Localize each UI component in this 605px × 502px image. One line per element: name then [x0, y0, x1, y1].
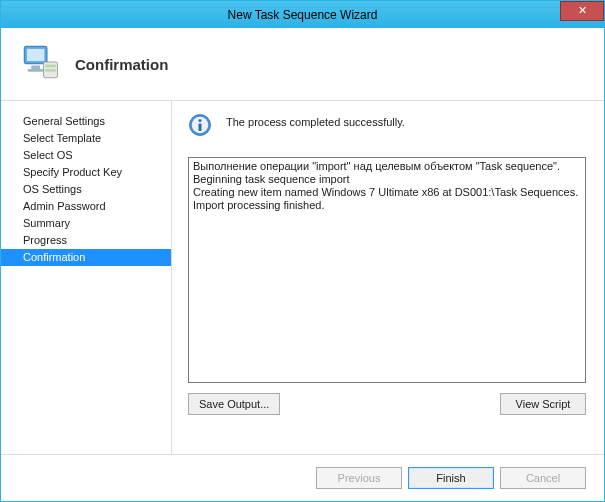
sidebar-item-general-settings[interactable]: General Settings [1, 113, 171, 130]
previous-button: Previous [316, 467, 402, 489]
svg-rect-5 [45, 65, 56, 68]
content-button-row: Save Output... View Script [188, 393, 586, 415]
close-icon: ✕ [578, 4, 587, 16]
finish-button[interactable]: Finish [408, 467, 494, 489]
sidebar-item-admin-password[interactable]: Admin Password [1, 198, 171, 215]
svg-rect-3 [28, 69, 44, 72]
save-output-button[interactable]: Save Output... [188, 393, 280, 415]
svg-rect-6 [45, 69, 56, 72]
sidebar-item-select-os[interactable]: Select OS [1, 147, 171, 164]
sidebar-item-progress[interactable]: Progress [1, 232, 171, 249]
titlebar: New Task Sequence Wizard ✕ [1, 0, 604, 28]
svg-rect-10 [199, 124, 202, 132]
page-title: Confirmation [75, 56, 168, 73]
wizard-header-icon [19, 41, 61, 87]
sidebar-item-select-template[interactable]: Select Template [1, 130, 171, 147]
sidebar-item-specify-product-key[interactable]: Specify Product Key [1, 164, 171, 181]
window-title: New Task Sequence Wizard [228, 8, 378, 22]
view-script-button[interactable]: View Script [500, 393, 586, 415]
wizard-footer: Previous Finish Cancel [1, 454, 604, 501]
info-icon [188, 113, 212, 137]
wizard-header: Confirmation [1, 28, 604, 100]
status-message: The process completed successfully. [226, 113, 405, 128]
wizard-body: General Settings Select Template Select … [1, 100, 604, 454]
sidebar-item-os-settings[interactable]: OS Settings [1, 181, 171, 198]
status-row: The process completed successfully. [188, 113, 586, 137]
log-output[interactable]: Выполнение операции "import" над целевым… [188, 157, 586, 383]
svg-rect-2 [31, 66, 40, 70]
wizard-steps-sidebar: General Settings Select Template Select … [1, 101, 171, 454]
cancel-button: Cancel [500, 467, 586, 489]
svg-point-9 [199, 119, 202, 122]
wizard-window: New Task Sequence Wizard ✕ Confirmation … [0, 0, 605, 502]
svg-rect-1 [27, 49, 45, 61]
sidebar-item-confirmation[interactable]: Confirmation [1, 249, 171, 266]
wizard-content: The process completed successfully. Выпо… [171, 101, 604, 454]
close-button[interactable]: ✕ [560, 1, 604, 21]
sidebar-item-summary[interactable]: Summary [1, 215, 171, 232]
